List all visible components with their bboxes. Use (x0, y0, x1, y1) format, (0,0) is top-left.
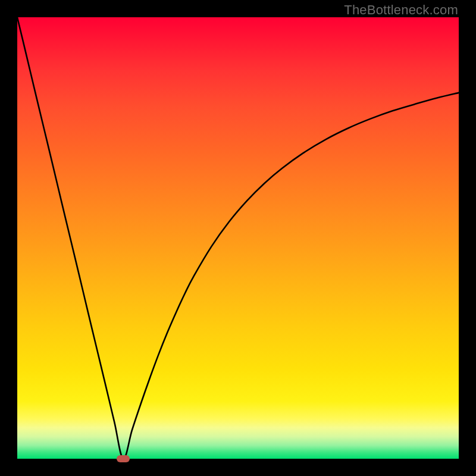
chart-frame: TheBottleneck.com (0, 0, 476, 476)
bottleneck-curve (17, 17, 459, 459)
minimum-marker (117, 455, 130, 462)
curve-svg (17, 17, 459, 459)
chart-plot-area (17, 17, 459, 459)
attribution-text: TheBottleneck.com (344, 2, 458, 18)
